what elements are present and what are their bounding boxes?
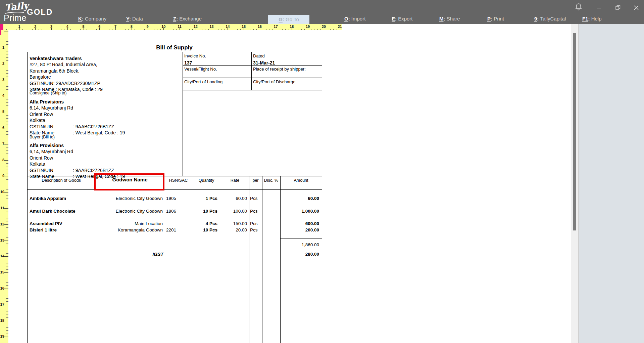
vertical-scrollbar-thumb[interactable] xyxy=(573,33,576,230)
ruler-tick xyxy=(151,29,151,30)
right-side-panel xyxy=(579,24,644,343)
ruler-tick xyxy=(6,266,8,266)
minimize-button[interactable] xyxy=(596,4,601,14)
ruler-tick xyxy=(45,29,45,30)
ruler-tick xyxy=(6,138,8,138)
ruler-tick xyxy=(6,334,8,334)
buyer-address-line: 6,14, Mayurbhanj Rd xyxy=(30,148,125,155)
ruler-tick xyxy=(6,263,8,263)
ruler-tick xyxy=(90,29,90,30)
col-header-disc: Disc. % xyxy=(262,178,280,183)
port-loading-label: City/Port of Loading xyxy=(184,79,222,84)
item-amount: 200.00 xyxy=(280,227,319,233)
vessel-label: Vessel/Flight No. xyxy=(184,67,217,72)
ruler-tick xyxy=(4,224,8,225)
ruler-tick xyxy=(208,29,209,30)
ruler-tick xyxy=(6,54,8,54)
ruler-tick xyxy=(199,29,199,30)
consignee-section-label: Consignee (Ship to) xyxy=(30,91,66,95)
ruler-tick xyxy=(148,28,148,30)
menu-help[interactable]: F1: Help xyxy=(582,16,602,22)
menu-data[interactable]: Y: Data xyxy=(126,16,143,22)
dated-label: Dated xyxy=(253,53,265,58)
item-desc: Bisleri 1 litre xyxy=(30,227,93,233)
close-button[interactable] xyxy=(634,4,639,14)
ruler-tick xyxy=(6,70,8,71)
ruler-tick xyxy=(6,102,8,103)
invoice-no-value: 137 xyxy=(184,60,192,66)
menu-company[interactable]: K: Company xyxy=(78,16,106,22)
notification-bell-icon[interactable] xyxy=(575,3,583,11)
ruler-tick xyxy=(84,28,84,30)
ruler-tick xyxy=(6,227,8,228)
ruler-tick xyxy=(6,285,8,286)
item-godown: Koramangala Godown xyxy=(95,227,163,233)
ruler-tick xyxy=(6,67,8,67)
ruler-tick xyxy=(269,29,269,30)
v-ruler-number: 10 xyxy=(0,190,4,194)
consignee-address-line: 6,14, Mayurbhanj Rd xyxy=(30,105,125,111)
menu-share[interactable]: M: Share xyxy=(439,16,460,22)
ruler-tick xyxy=(192,29,193,30)
grid-line xyxy=(165,176,165,343)
menu-export[interactable]: E: Export xyxy=(392,16,413,22)
v-ruler-number: 17 xyxy=(0,302,4,306)
v-ruler-number: 14 xyxy=(0,254,4,258)
item-amount: 60.00 xyxy=(280,196,319,202)
ruler-tick xyxy=(154,29,154,30)
ruler-tick xyxy=(295,29,295,30)
ruler-tick xyxy=(6,173,8,173)
ruler-tick xyxy=(6,292,8,292)
ruler-tick xyxy=(4,160,8,161)
ruler-tick xyxy=(6,170,8,170)
v-ruler-number: 12 xyxy=(0,222,4,226)
ruler-tick xyxy=(186,29,186,30)
tally-prime-window: Tally Prime GOLD K: CompanyY: DataZ: Exc… xyxy=(0,0,644,343)
ruler-tick xyxy=(6,73,8,74)
ruler-tick xyxy=(4,256,8,257)
item-amount: 600.00 xyxy=(280,221,319,227)
restore-button[interactable] xyxy=(615,4,621,14)
ruler-tick xyxy=(6,218,8,218)
ruler-tick xyxy=(6,109,8,109)
ruler-tick xyxy=(6,57,8,58)
ruler-tick xyxy=(80,29,81,30)
seller-name: Venkateshwara Traders xyxy=(30,55,103,61)
ruler-tick xyxy=(6,41,8,42)
ruler-tick xyxy=(29,29,29,30)
place-of-receipt-label: Place of receipt by shipper: xyxy=(253,67,306,72)
menu-import[interactable]: O: Import xyxy=(344,16,365,22)
menu-tallycapital[interactable]: 9: TallyCapital xyxy=(534,16,566,22)
ruler-tick xyxy=(61,29,61,30)
ruler-tick xyxy=(32,29,33,30)
ruler-tick xyxy=(276,28,276,30)
ruler-tick xyxy=(4,112,8,112)
menu-go-to[interactable]: G: Go To xyxy=(268,15,309,24)
ruler-tick xyxy=(10,29,10,30)
ruler-tick xyxy=(6,51,8,51)
ruler-tick xyxy=(240,29,241,30)
menu-print[interactable]: P: Print xyxy=(487,16,504,22)
ruler-tick xyxy=(4,144,8,144)
ruler-tick xyxy=(6,324,8,324)
item-hsn: 1806 xyxy=(166,209,190,215)
v-ruler-number: 6 xyxy=(0,126,4,130)
ruler-tick xyxy=(196,28,196,30)
ruler-tick xyxy=(279,29,279,30)
item-rate: 100.00 xyxy=(221,209,247,215)
vertical-ruler: 12345678910111213141516171819 xyxy=(0,30,8,343)
ruler-tick xyxy=(6,122,8,122)
ruler-tick xyxy=(6,77,8,77)
ruler-tick xyxy=(77,29,77,30)
v-ruler-number: 5 xyxy=(0,110,4,114)
vertical-scrollbar-track[interactable] xyxy=(571,24,579,343)
item-desc: Ambika Appalam xyxy=(30,196,93,202)
ruler-tick xyxy=(256,29,257,30)
menu-exchange[interactable]: Z: Exchange xyxy=(173,16,202,22)
item-amount: 1,000.00 xyxy=(280,209,319,215)
titlebar: Tally Prime GOLD K: CompanyY: DataZ: Exc… xyxy=(0,0,644,24)
ruler-tick xyxy=(6,260,8,260)
page-corner-marker xyxy=(0,24,3,30)
item-rate: 150.00 xyxy=(221,221,247,227)
buyer-name: Alfa Provisions xyxy=(30,142,125,148)
